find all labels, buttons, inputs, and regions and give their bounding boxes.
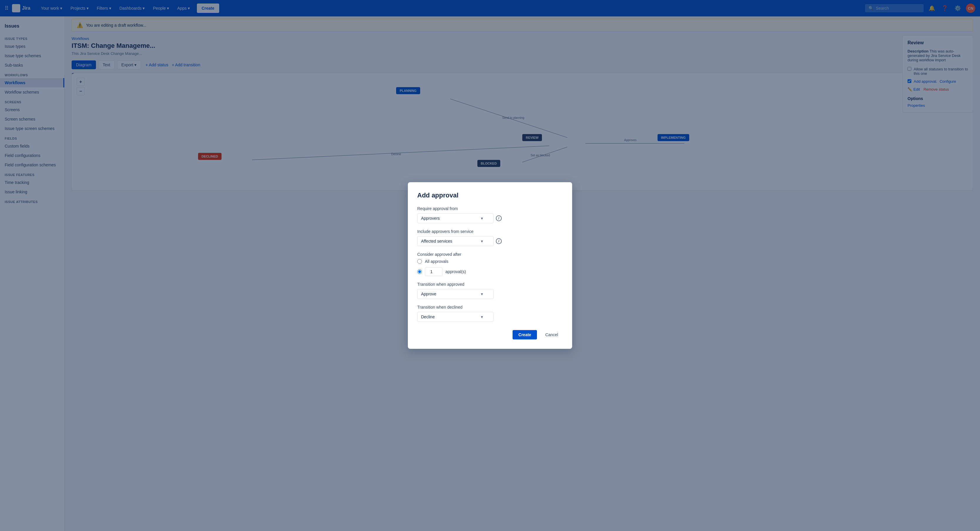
modal-title: Add approval [417,192,563,198]
add-approval-modal: Add approval Require approval from Appro… [408,182,572,198]
modal-overlay: Add approval Require approval from Appro… [0,0,980,198]
